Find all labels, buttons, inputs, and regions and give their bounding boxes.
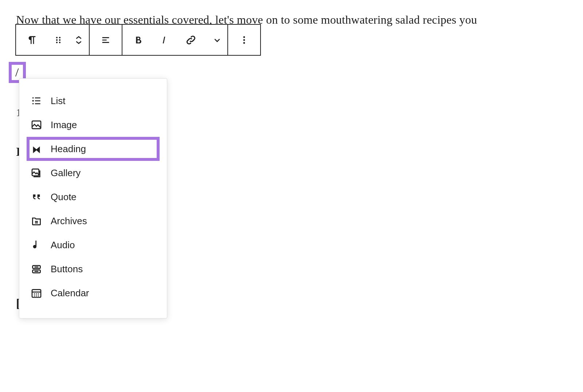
svg-point-1 bbox=[59, 37, 60, 38]
bold-icon bbox=[133, 34, 144, 46]
heading-icon bbox=[30, 143, 43, 155]
svg-point-19 bbox=[36, 295, 37, 296]
svg-point-5 bbox=[59, 41, 60, 43]
dropdown-item-archives[interactable]: Archives bbox=[19, 209, 167, 233]
chevron-down-icon bbox=[211, 34, 223, 46]
quote-icon bbox=[30, 191, 43, 203]
dropdown-item-label: Gallery bbox=[51, 167, 81, 179]
link-button[interactable] bbox=[175, 25, 207, 55]
block-type-button[interactable] bbox=[16, 25, 48, 55]
dropdown-item-label: Calendar bbox=[51, 288, 89, 299]
svg-point-15 bbox=[34, 293, 35, 294]
svg-point-16 bbox=[36, 293, 37, 294]
dropdown-item-list[interactable]: List bbox=[19, 89, 167, 113]
block-inserter-dropdown: List Image Heading Gallery Quote Archive… bbox=[19, 78, 167, 318]
svg-point-20 bbox=[38, 295, 39, 296]
italic-button[interactable] bbox=[154, 25, 175, 55]
dropdown-item-calendar[interactable]: Calendar bbox=[19, 281, 167, 305]
svg-point-17 bbox=[38, 293, 39, 294]
dropdown-item-audio[interactable]: Audio bbox=[19, 233, 167, 257]
archives-icon bbox=[30, 215, 43, 227]
svg-point-18 bbox=[34, 295, 35, 296]
svg-point-3 bbox=[59, 39, 60, 40]
toolbar-group-format bbox=[122, 25, 228, 55]
toolbar-group-more bbox=[228, 25, 260, 55]
dropdown-item-label: Archives bbox=[51, 215, 87, 227]
dropdown-item-label: Heading bbox=[51, 143, 86, 155]
more-vertical-icon bbox=[238, 34, 250, 46]
svg-point-4 bbox=[56, 41, 58, 43]
dropdown-item-quote[interactable]: Quote bbox=[19, 185, 167, 209]
svg-point-2 bbox=[56, 39, 58, 40]
dropdown-item-label: Audio bbox=[51, 239, 75, 251]
dropdown-item-label: List bbox=[51, 95, 65, 107]
dropdown-item-buttons[interactable]: Buttons bbox=[19, 257, 167, 281]
move-up-down-button[interactable] bbox=[69, 25, 89, 55]
toolbar-group-block bbox=[16, 25, 90, 55]
dropdown-item-label: Buttons bbox=[51, 264, 83, 275]
drag-handle-icon bbox=[52, 34, 64, 46]
toolbar-group-align bbox=[90, 25, 122, 55]
audio-icon bbox=[30, 239, 43, 251]
dropdown-item-gallery[interactable]: Gallery bbox=[19, 161, 167, 185]
paragraph-icon bbox=[26, 34, 38, 46]
dropdown-item-heading[interactable]: Heading bbox=[28, 138, 158, 159]
drag-handle-button[interactable] bbox=[48, 25, 69, 55]
more-format-button[interactable] bbox=[207, 25, 227, 55]
block-toolbar bbox=[15, 24, 261, 56]
svg-point-7 bbox=[243, 39, 245, 41]
bold-button[interactable] bbox=[122, 25, 154, 55]
more-options-button[interactable] bbox=[228, 25, 260, 55]
gallery-icon bbox=[30, 167, 43, 179]
svg-point-8 bbox=[243, 42, 245, 44]
buttons-icon bbox=[30, 263, 43, 275]
list-icon bbox=[30, 95, 43, 107]
svg-point-9 bbox=[32, 100, 34, 102]
svg-point-0 bbox=[56, 37, 58, 38]
link-icon bbox=[185, 34, 197, 46]
dropdown-item-image[interactable]: Image bbox=[19, 113, 167, 137]
move-up-down-icon bbox=[73, 34, 85, 46]
align-button[interactable] bbox=[90, 25, 122, 55]
image-icon bbox=[30, 119, 43, 131]
align-icon bbox=[100, 34, 111, 46]
dropdown-item-label: Image bbox=[51, 119, 77, 131]
italic-icon bbox=[159, 34, 171, 46]
calendar-icon bbox=[30, 287, 43, 299]
svg-point-6 bbox=[243, 36, 245, 38]
dropdown-item-label: Quote bbox=[51, 191, 77, 203]
